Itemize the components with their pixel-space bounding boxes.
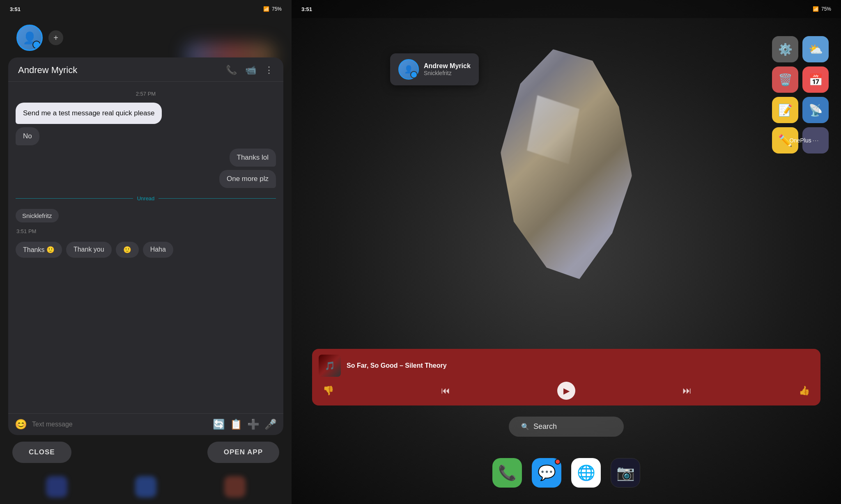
contact-tooltip: 👤 Andrew Myrick Snicklefritz — [390, 53, 479, 85]
outgoing-message-2: One more plz — [219, 170, 276, 188]
message-input-row: 😊 Text message 🔄 📋 ➕ 🎤 — [8, 413, 283, 435]
unread-line-right — [159, 198, 276, 199]
quick-reply-row: Thanks 🙂 Thank you 🙂 Haha — [16, 242, 276, 258]
tooltip-avatar: 👤 — [398, 59, 419, 80]
right-battery-text: 75% — [821, 6, 831, 12]
contact-avatar-bubble[interactable]: 👤 — [16, 25, 43, 51]
music-player: 🎵 So Far, So Good – Silent Theory 👎 ⏮ ▶ … — [312, 349, 820, 405]
unread-divider: Unread — [16, 195, 276, 202]
messages-notification-dot — [555, 459, 561, 465]
prev-track-button[interactable]: ⏮ — [441, 385, 450, 396]
weather-icon: ⛅ — [809, 43, 823, 56]
right-wifi-icon: 📶 — [813, 6, 819, 12]
app-icon-delete[interactable]: 🗑️ — [772, 66, 798, 93]
tooltip-contact-row: 👤 Andrew Myrick Snicklefritz — [398, 59, 471, 80]
music-controls: 👎 ⏮ ▶ ⏭ 👍 — [319, 382, 814, 400]
plus-icon: + — [53, 33, 58, 43]
search-bar-label: Search — [533, 422, 557, 431]
tooltip-contact-name: Andrew Myrick — [424, 62, 471, 70]
dock-phone[interactable]: 📞 — [492, 458, 522, 488]
tooltip-username: Snicklefritz — [424, 70, 471, 76]
delete-icon: 🗑️ — [778, 73, 793, 87]
contact-name: Andrew Myrick — [18, 65, 77, 76]
app-icon-calendar[interactable]: 📅 — [802, 66, 829, 93]
incoming-message-1: Send me a test message real quick please — [16, 103, 162, 124]
app-icon-notes[interactable]: 📝 — [772, 97, 798, 123]
battery-text: 75% — [272, 6, 282, 12]
header-action-icons: 📞 📹 ⋮ — [226, 65, 273, 76]
close-button[interactable]: CLOSE — [12, 442, 71, 463]
crystal-wallpaper — [501, 49, 632, 279]
album-art: 🎵 — [319, 355, 341, 377]
timestamp-2: 3:51 PM — [16, 228, 276, 234]
dock-camera[interactable]: 📷 — [611, 458, 640, 488]
dock-messages[interactable]: 💬 — [532, 458, 561, 488]
next-track-button[interactable]: ⏭ — [682, 385, 692, 396]
phone-call-icon[interactable]: 📞 — [226, 65, 237, 76]
connect-icon: 📡 — [809, 103, 823, 117]
notes-icon: 📝 — [778, 103, 793, 117]
app-icon-settings[interactable]: ⚙️ — [772, 36, 798, 62]
music-icon: 🎵 — [325, 361, 335, 371]
quick-reply-thank-you[interactable]: Thank you — [66, 242, 112, 258]
outgoing-message-1: Thanks lol — [230, 149, 276, 167]
video-call-icon[interactable]: 📹 — [245, 65, 256, 76]
thumbs-up-button[interactable]: 👍 — [799, 385, 810, 396]
gear-icon: ⚙️ — [778, 43, 793, 56]
bottom-app-row — [0, 473, 292, 504]
messages-icon: 💬 — [538, 464, 556, 481]
copy-icon[interactable]: 📋 — [230, 419, 242, 430]
dock-chrome[interactable]: 🌐 — [571, 458, 601, 488]
right-status-icons: 📶 75% — [813, 6, 831, 12]
left-time: 3:51 — [10, 6, 21, 12]
message-card: Andrew Myrick 📞 📹 ⋮ 2:57 PM Send me a te… — [8, 57, 283, 435]
more-options-icon[interactable]: ⋮ — [264, 65, 273, 76]
app-icon-weather[interactable]: ⛅ — [802, 36, 829, 62]
quick-reply-smile[interactable]: 🙂 — [116, 242, 139, 258]
unread-line-left — [16, 198, 133, 199]
quick-reply-haha[interactable]: Haha — [143, 242, 173, 258]
app-icon-connect[interactable]: 📡 — [802, 97, 829, 123]
blurred-app-2 — [135, 476, 156, 497]
blurred-app-3 — [224, 476, 246, 497]
search-icon: 🔍 — [521, 423, 529, 431]
add-bubble-button[interactable]: + — [48, 30, 63, 45]
search-bar[interactable]: 🔍 Search — [509, 417, 624, 437]
crystal-body — [501, 49, 632, 279]
chrome-icon: 🌐 — [577, 464, 595, 481]
crystal-reflection — [527, 95, 579, 164]
music-info: So Far, So Good – Silent Theory — [347, 362, 447, 369]
play-pause-button[interactable]: ▶ — [557, 382, 575, 400]
phone-icon: 📞 — [498, 464, 517, 481]
open-app-button[interactable]: OPEN APP — [207, 442, 279, 463]
emoji-icon[interactable]: 😊 — [15, 419, 27, 430]
unread-label: Unread — [137, 195, 155, 202]
blurred-app-1 — [46, 476, 67, 497]
refresh-icon[interactable]: 🔄 — [213, 419, 225, 430]
song-title: So Far, So Good – Silent Theory — [347, 362, 447, 369]
quick-reply-thanks[interactable]: Thanks 🙂 — [16, 242, 62, 258]
music-top-row: 🎵 So Far, So Good – Silent Theory — [319, 355, 814, 377]
thumbs-down-button[interactable]: 👎 — [323, 385, 334, 396]
message-header: Andrew Myrick 📞 📹 ⋮ — [8, 57, 283, 82]
message-body: 2:57 PM Send me a test message real quic… — [8, 82, 283, 413]
tooltip-text: Andrew Myrick Snicklefritz — [424, 62, 471, 76]
right-time: 3:51 — [301, 6, 312, 12]
left-panel: 3:51 📶 75% 👤 + Andrew Myrick 📞 📹 ⋮ 2:57 … — [0, 0, 292, 504]
text-input[interactable]: Text message — [32, 421, 208, 428]
app-folder-label: OnePlus — [772, 137, 829, 144]
timestamp-1: 2:57 PM — [16, 91, 276, 97]
calendar-icon: 📅 — [809, 73, 823, 87]
voice-icon[interactable]: 🎤 — [264, 419, 277, 430]
incoming-message-2: No — [16, 127, 39, 145]
left-status-icons: 📶 75% — [263, 6, 282, 12]
bottom-action-row: CLOSE OPEN APP — [0, 435, 292, 473]
app-grid: ⚙️ ⛅ 🗑️ 📅 📝 📡 ✏️ ⋯ — [772, 36, 829, 153]
right-panel: 3:51 📶 75% 👤 Andrew Myrick Snicklefritz … — [292, 0, 841, 504]
camera-icon: 📷 — [616, 464, 635, 481]
attach-icon[interactable]: ➕ — [247, 419, 260, 430]
right-status-bar: 3:51 📶 75% — [292, 0, 841, 18]
dock: 📞 💬 🌐 📷 — [492, 458, 640, 488]
sender-badge: Snicklefritz — [16, 209, 59, 222]
bubble-row: 👤 + — [0, 18, 292, 57]
